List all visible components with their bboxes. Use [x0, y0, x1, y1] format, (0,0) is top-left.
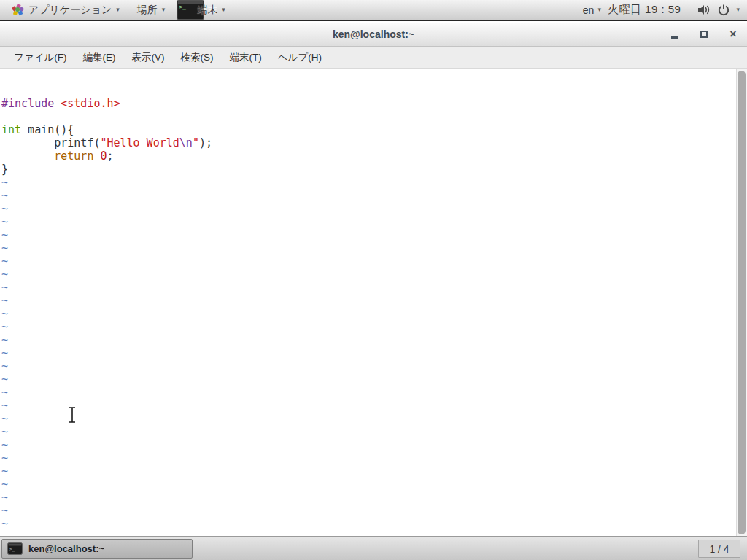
power-icon[interactable]: [718, 4, 729, 16]
top-panel: アプリケーション ▾ 場所 ▾ >_ 端末 ▾ en ▾ 火曜日 19 : 59: [0, 0, 747, 21]
tilde-line: ~: [1, 373, 736, 386]
tilde-line: ~: [1, 189, 736, 202]
menu-edit[interactable]: 編集(E): [75, 47, 124, 68]
terminal-menubar: ファイル(F) 編集(E) 表示(V) 検索(S) 端末(T) ヘルプ(H): [0, 47, 747, 69]
tilde-line: ~: [1, 268, 736, 281]
tilde-line: ~: [1, 530, 736, 536]
tilde-line: ~: [1, 281, 736, 294]
tilde-line: ~: [1, 464, 736, 478]
code-line: #include <stdio.h>: [1, 97, 736, 110]
tilde-line: ~: [1, 359, 736, 373]
tilde-line: ~: [1, 215, 736, 228]
tilde-line: ~: [1, 386, 736, 399]
tilde-line: ~: [1, 254, 736, 268]
menu-terminal[interactable]: 端末(T): [222, 47, 270, 68]
clock[interactable]: 火曜日 19 : 59: [608, 3, 681, 17]
window-controls: ×: [670, 23, 738, 46]
vim-buffer: #include <stdio.h> int main(){ printf("H…: [1, 97, 736, 536]
terminal-screen[interactable]: #include <stdio.h> int main(){ printf("H…: [0, 69, 747, 536]
tilde-line: ~: [1, 346, 736, 359]
tilde-line: ~: [1, 451, 736, 464]
panel-indicators: en ▾ 火曜日 19 : 59 ▾: [583, 3, 747, 17]
scrollbar-thumb[interactable]: [738, 71, 746, 534]
tilde-line: ~: [1, 438, 736, 451]
tilde-line: ~: [1, 228, 736, 241]
terminal-icon: >_: [7, 542, 23, 555]
terminal-scrollbar[interactable]: [736, 69, 747, 536]
terminal-app-menu[interactable]: >_ 端末 ▾: [174, 0, 234, 20]
tilde-line: ~: [1, 294, 736, 307]
tilde-line: ~: [1, 399, 736, 412]
tilde-line: ~: [1, 241, 736, 254]
close-button[interactable]: ×: [728, 29, 738, 39]
taskbar-window-label: ken@localhost:~: [28, 543, 104, 554]
tilde-line: ~: [1, 202, 736, 215]
taskbar-window-button[interactable]: >_ ken@localhost:~: [1, 539, 193, 559]
window-title: ken@localhost:~: [333, 28, 414, 40]
speaker-icon[interactable]: [697, 4, 711, 16]
bottom-panel: >_ ken@localhost:~ 1 / 4: [0, 536, 747, 560]
code-line: [1, 110, 736, 123]
chevron-down-icon: ▾: [736, 7, 740, 13]
svg-text:>_: >_: [9, 546, 15, 552]
workspace-pager[interactable]: 1 / 4: [698, 540, 740, 558]
code-line: }: [1, 163, 736, 176]
tilde-line: ~: [1, 425, 736, 438]
places-menu-label: 場所: [137, 4, 158, 17]
tilde-line: ~: [1, 320, 736, 333]
chevron-down-icon: ▾: [116, 7, 120, 13]
tilde-line: ~: [1, 504, 736, 517]
code-line: int main(){: [1, 123, 736, 136]
chevron-down-icon: ▾: [162, 7, 166, 13]
window-titlebar[interactable]: ken@localhost:~ ×: [0, 23, 747, 47]
terminal-menu-label: 端末: [197, 4, 217, 17]
tilde-line: ~: [1, 478, 736, 491]
menu-help[interactable]: ヘルプ(H): [270, 47, 330, 68]
tilde-line: ~: [1, 176, 736, 189]
maximize-button[interactable]: [699, 29, 709, 39]
keyboard-layout-indicator[interactable]: en ▾: [583, 4, 601, 16]
minimize-button[interactable]: [670, 29, 680, 39]
code-line: return 0;: [1, 149, 736, 163]
tilde-line: ~: [1, 491, 736, 504]
minimize-icon: [671, 36, 678, 39]
keyboard-layout-label: en: [583, 4, 595, 16]
tilde-line: ~: [1, 333, 736, 346]
applications-menu[interactable]: アプリケーション ▾: [3, 0, 128, 20]
menu-view[interactable]: 表示(V): [124, 47, 173, 68]
panel-menus: アプリケーション ▾ 場所 ▾ >_ 端末 ▾: [0, 0, 234, 20]
close-icon: ×: [729, 28, 736, 40]
maximize-icon: [700, 31, 708, 38]
chevron-down-icon: ▾: [222, 7, 225, 13]
svg-text:>_: >_: [179, 4, 187, 10]
workspace-pager-label: 1 / 4: [709, 543, 729, 555]
ibeam-mouse-cursor: [67, 405, 77, 424]
applications-pinwheel-icon: [12, 4, 24, 16]
tilde-line: ~: [1, 517, 736, 530]
vim-editor: #include <stdio.h> int main(){ printf("H…: [0, 69, 736, 536]
menu-search[interactable]: 検索(S): [173, 47, 222, 68]
menu-file[interactable]: ファイル(F): [6, 47, 75, 68]
applications-menu-label: アプリケーション: [28, 4, 112, 17]
chevron-down-icon: ▾: [597, 7, 601, 13]
tilde-line: ~: [1, 412, 736, 425]
tilde-line: ~: [1, 307, 736, 320]
code-line: printf("Hello_World\n");: [1, 136, 736, 149]
places-menu[interactable]: 場所 ▾: [128, 0, 174, 20]
terminal-window: ken@localhost:~ × ファイル(F) 編集(E) 表示(V) 検索…: [0, 23, 747, 536]
